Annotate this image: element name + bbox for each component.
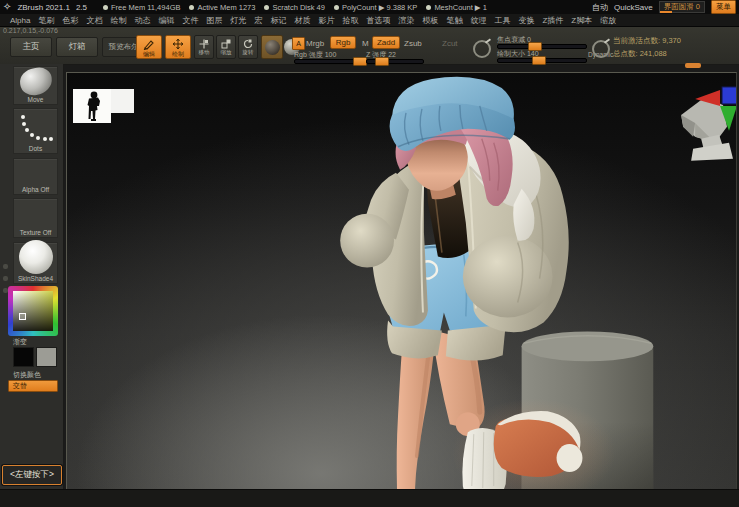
focal-shift-icon xyxy=(473,40,491,58)
left-sleeve-ball xyxy=(340,214,394,268)
zbrush-logo-icon: ✧ xyxy=(3,2,11,12)
app-version: 2.5 xyxy=(76,3,87,12)
current-brush-tile[interactable]: Move xyxy=(13,66,58,105)
material-tile[interactable]: SkinShade4 xyxy=(13,242,58,284)
bottom-bar xyxy=(0,489,739,507)
tray-divider-handle[interactable] xyxy=(685,63,701,68)
lightbox-button[interactable]: 灯箱 xyxy=(56,37,98,57)
left-tool-tray: Move Dots Alpha Off Texture Off SkinShad… xyxy=(0,64,64,507)
mrgb-button[interactable]: Mrgb xyxy=(306,39,324,48)
interface-smoothness-field[interactable]: 界面圆滑 0 xyxy=(659,1,705,13)
menu-item[interactable]: 文件 xyxy=(180,15,200,26)
menus-button[interactable]: 菜单 xyxy=(711,0,736,14)
move-brush-thumbnail xyxy=(18,65,53,96)
material-name-label: SkinShade4 xyxy=(18,274,53,283)
menu-item[interactable]: 模板 xyxy=(420,15,440,26)
stroke-name-label: Dots xyxy=(29,144,42,153)
dots-stroke-icon xyxy=(16,111,56,143)
menu-item[interactable]: 拾取 xyxy=(340,15,360,26)
secondary-color-swatch[interactable] xyxy=(36,347,57,367)
draw-size-slider[interactable] xyxy=(497,58,587,63)
color-picker-square[interactable] xyxy=(13,291,53,331)
menu-item[interactable]: Alpha xyxy=(8,16,32,25)
status-stat: Active Mem 1273 xyxy=(189,3,255,12)
a-chip[interactable]: A xyxy=(292,37,305,50)
alternate-color-button[interactable]: 交替 xyxy=(8,380,58,392)
home-page-button[interactable]: 主页 xyxy=(10,37,52,57)
shorts-cuff-right xyxy=(446,324,506,360)
menu-item[interactable]: 笔触 xyxy=(444,15,464,26)
menu-item[interactable]: 材质 xyxy=(292,15,312,26)
zbrush-app-window: { "title_bar": { "app_name": "ZBrush 202… xyxy=(0,0,739,507)
sculpt-canvas[interactable] xyxy=(66,72,737,490)
zsub-button[interactable]: Zsub xyxy=(404,39,422,48)
menu-item[interactable]: 笔刷 xyxy=(36,15,56,26)
pencil-icon xyxy=(143,38,155,50)
title-bar: ✧ ZBrush 2021.1 2.5 Free Mem 11,494GBAct… xyxy=(0,0,739,14)
stroke-type-tile[interactable]: Dots xyxy=(13,108,58,154)
sculptris-sphere-icon xyxy=(265,40,280,55)
z-intensity-slider[interactable] xyxy=(366,59,424,64)
menu-item[interactable]: 影片 xyxy=(316,15,336,26)
rotate-button[interactable]: 旋转 xyxy=(238,35,258,59)
draw-size-knob[interactable] xyxy=(532,56,546,65)
gizmo-rotate-icon xyxy=(243,39,253,49)
menu-item[interactable]: 变换 xyxy=(516,15,536,26)
sculptris-pro-button[interactable] xyxy=(261,35,283,59)
menu-item[interactable]: 色彩 xyxy=(60,15,80,26)
color-picker[interactable] xyxy=(8,286,58,336)
status-stat: Free Mem 11,494GB xyxy=(103,3,180,12)
rgb-button[interactable]: Rgb xyxy=(330,36,356,49)
color-picker-cursor[interactable] xyxy=(19,313,26,320)
auto-label[interactable]: 自动 xyxy=(592,2,608,13)
zadd-button[interactable]: Zadd xyxy=(372,36,400,49)
menu-bar: Alpha笔刷色彩文档绘制动态编辑文件图层灯光宏标记材质影片拾取首选项渲染模板笔… xyxy=(0,14,739,27)
gradient-label[interactable]: 渐变 xyxy=(13,337,27,347)
draw-button[interactable]: 绘制 xyxy=(165,35,191,59)
rgb-intensity-slider[interactable] xyxy=(294,59,366,64)
title-bar-right: 自动 QuickSave 界面圆滑 0 菜单 xyxy=(592,0,736,14)
scale-button[interactable]: 缩放 xyxy=(216,35,236,59)
menu-item[interactable]: 动态 xyxy=(132,15,152,26)
menu-item[interactable]: 图层 xyxy=(204,15,224,26)
status-stat: PolyCount ▶ 9.388 KP xyxy=(334,3,417,12)
menu-item[interactable]: 标记 xyxy=(268,15,288,26)
z-intensity-knob[interactable] xyxy=(375,57,389,66)
menu-item[interactable]: 渲染 xyxy=(396,15,416,26)
menu-item[interactable]: 编辑 xyxy=(156,15,176,26)
menu-item[interactable]: Z插件 xyxy=(540,15,565,26)
thumbnail-page-small xyxy=(111,89,134,113)
rgb-intensity-knob[interactable] xyxy=(353,57,367,66)
zcut-button[interactable]: Zcut xyxy=(442,39,458,48)
main-color-swatch[interactable] xyxy=(13,347,34,367)
edit-button[interactable]: 编辑 xyxy=(136,35,162,59)
menu-item[interactable]: 宏 xyxy=(252,15,264,26)
active-points-count: 当前激活点数: 9,370 xyxy=(613,36,681,46)
3d-scene xyxy=(67,73,736,490)
sneaker-toe-cap xyxy=(557,444,583,472)
menu-item[interactable]: 灯光 xyxy=(228,15,248,26)
character-silhouette xyxy=(73,89,111,123)
menu-item[interactable]: 文档 xyxy=(84,15,104,26)
menu-item[interactable]: 缩放 xyxy=(598,15,618,26)
gizmo-move-icon xyxy=(199,39,209,49)
quicksave-button[interactable]: QuickSave xyxy=(614,3,653,12)
menu-item[interactable]: 首选项 xyxy=(364,15,392,26)
menu-item[interactable]: 纹理 xyxy=(468,15,488,26)
top-shelf: 0.217,0.15,-0.076 主页 灯箱 预览布尔渲染 编辑 绘制 移动 … xyxy=(0,27,739,65)
tray-edge-dot xyxy=(3,264,8,269)
texture-tile[interactable]: Texture Off xyxy=(13,198,58,238)
app-title: ZBrush 2021.1 xyxy=(17,3,69,12)
m-button[interactable]: M xyxy=(362,39,369,48)
menu-item[interactable]: 工具 xyxy=(492,15,512,26)
move-button[interactable]: 移动 xyxy=(194,35,214,59)
menu-item[interactable]: 绘制 xyxy=(108,15,128,26)
document-thumbnail[interactable] xyxy=(73,89,138,125)
alpha-tile[interactable]: Alpha Off xyxy=(13,158,58,195)
total-points-count: 总点数: 241,088 xyxy=(613,49,667,59)
gizmo-z-axis[interactable] xyxy=(722,87,736,104)
switch-color-label[interactable]: 切换颜色 xyxy=(13,370,41,380)
tray-edge-dot xyxy=(3,276,8,281)
character-model[interactable] xyxy=(340,77,582,490)
menu-item[interactable]: Z脚本 xyxy=(569,15,594,26)
